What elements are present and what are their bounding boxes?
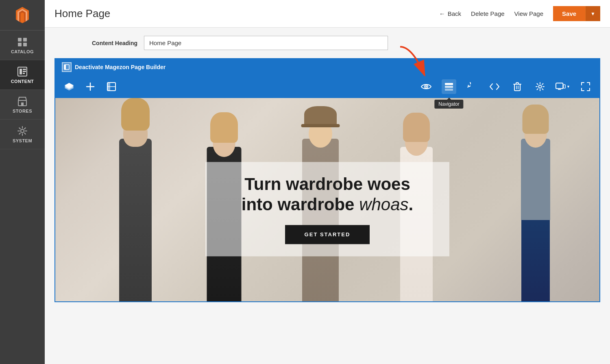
settings-icon bbox=[536, 82, 545, 91]
sidebar-item-system-label: SYSTEM bbox=[13, 138, 32, 143]
page-builder-icon bbox=[62, 62, 72, 72]
sidebar-item-catalog[interactable]: CATALOG bbox=[0, 31, 45, 60]
layers-icon bbox=[64, 83, 74, 91]
code-icon bbox=[489, 83, 500, 90]
hero-text-line2: into wardrobe bbox=[242, 195, 359, 214]
svg-rect-10 bbox=[20, 69, 22, 74]
hero-text-line1: Turn wardrobe woes bbox=[244, 174, 410, 194]
hero-text-overlay: Turn wardrobe woes into wardrobe whoas. … bbox=[205, 162, 449, 256]
navigator-tooltip: Navigator bbox=[434, 100, 463, 109]
hero-cta-button[interactable]: GET STARTED bbox=[285, 225, 370, 244]
figure-5 bbox=[499, 108, 572, 301]
settings-button[interactable] bbox=[533, 79, 547, 94]
fullscreen-button[interactable] bbox=[578, 79, 593, 94]
svg-rect-5 bbox=[18, 38, 22, 41]
content-heading-input[interactable] bbox=[144, 36, 388, 50]
svg-rect-4 bbox=[22, 13, 23, 22]
navigator-button[interactable]: Navigator bbox=[442, 79, 456, 94]
layers-button[interactable] bbox=[62, 79, 76, 94]
content-icon bbox=[17, 66, 28, 77]
main-content: Home Page ← Back Delete Page View Page S… bbox=[45, 0, 610, 364]
grid-icon bbox=[107, 82, 116, 91]
deactivate-label: Deactivate Magezon Page Builder bbox=[75, 64, 166, 70]
trash-icon bbox=[513, 82, 521, 91]
device-selector-button[interactable]: ▼ bbox=[556, 79, 570, 94]
svg-rect-36 bbox=[563, 85, 565, 88]
add-icon bbox=[86, 82, 95, 91]
content-heading-row: Content Heading bbox=[54, 36, 600, 50]
deactivate-bar: Deactivate Magezon Page Builder bbox=[55, 59, 599, 75]
deactivate-button[interactable]: Deactivate Magezon Page Builder bbox=[62, 62, 166, 72]
hero-area: Turn wardrobe woes into wardrobe whoas. … bbox=[55, 98, 599, 301]
svg-rect-31 bbox=[445, 89, 453, 91]
code-button[interactable] bbox=[487, 79, 502, 94]
back-button[interactable]: ← Back bbox=[439, 10, 461, 17]
fullscreen-icon bbox=[581, 82, 590, 91]
back-label: Back bbox=[448, 10, 461, 17]
system-icon bbox=[17, 125, 28, 137]
save-button[interactable]: Save bbox=[553, 6, 585, 21]
delete-page-label: Delete Page bbox=[471, 10, 505, 17]
stores-icon bbox=[17, 96, 28, 107]
sidebar-item-stores-label: STORES bbox=[13, 109, 32, 113]
toolbar-right: Navigator bbox=[419, 79, 593, 94]
svg-rect-8 bbox=[23, 43, 27, 46]
history-button[interactable] bbox=[464, 79, 479, 94]
sidebar-item-content-label: CONTENT bbox=[11, 79, 34, 84]
add-element-button[interactable] bbox=[83, 79, 98, 94]
sidebar: CATALOG CONTENT STORES SYSTEM bbox=[0, 0, 45, 364]
save-dropdown-icon: ▼ bbox=[590, 11, 595, 17]
back-arrow-icon: ← bbox=[439, 10, 445, 17]
page-title: Home Page bbox=[54, 7, 439, 20]
hero-text-punctuation: . bbox=[409, 195, 414, 214]
svg-rect-30 bbox=[445, 86, 453, 88]
eye-icon bbox=[421, 83, 431, 90]
svg-point-28 bbox=[425, 86, 427, 87]
view-page-label: View Page bbox=[514, 10, 543, 17]
sidebar-item-catalog-label: CATALOG bbox=[11, 49, 34, 54]
svg-rect-13 bbox=[23, 73, 25, 74]
device-dropdown-arrow: ▼ bbox=[566, 85, 570, 89]
svg-rect-29 bbox=[445, 83, 453, 85]
grid-layout-button[interactable] bbox=[104, 79, 119, 94]
svg-rect-18 bbox=[64, 65, 66, 70]
sidebar-item-content[interactable]: CONTENT bbox=[0, 60, 45, 90]
view-page-button[interactable]: View Page bbox=[514, 10, 543, 17]
content-heading-label: Content Heading bbox=[54, 40, 144, 46]
catalog-icon bbox=[17, 36, 28, 48]
svg-rect-11 bbox=[23, 69, 26, 70]
content-area: Content Heading Deactivate Magezon Page … bbox=[45, 28, 610, 364]
hero-headline: Turn wardrobe woes into wardrobe whoas. bbox=[230, 174, 425, 215]
layout-icon bbox=[64, 64, 70, 70]
save-dropdown-button[interactable]: ▼ bbox=[585, 6, 600, 21]
header-actions: ← Back Delete Page View Page Save ▼ bbox=[439, 6, 600, 21]
top-header: Home Page ← Back Delete Page View Page S… bbox=[45, 0, 610, 28]
sidebar-logo bbox=[0, 0, 45, 31]
svg-rect-15 bbox=[21, 102, 24, 106]
history-icon bbox=[467, 82, 476, 91]
hero-cta-label: GET STARTED bbox=[305, 231, 351, 238]
preview-button[interactable] bbox=[419, 79, 434, 94]
page-builder-container: Deactivate Magezon Page Builder bbox=[54, 58, 600, 302]
magento-logo-icon bbox=[13, 6, 31, 24]
svg-rect-6 bbox=[23, 38, 27, 41]
sidebar-item-system[interactable]: SYSTEM bbox=[0, 120, 45, 149]
svg-point-34 bbox=[539, 85, 542, 88]
toolbar: Navigator bbox=[55, 75, 599, 98]
svg-rect-35 bbox=[556, 83, 563, 89]
sidebar-item-stores[interactable]: STORES bbox=[0, 90, 45, 120]
save-label: Save bbox=[562, 10, 576, 17]
svg-point-16 bbox=[21, 129, 24, 133]
svg-rect-7 bbox=[18, 43, 22, 46]
hero-text-italic: whoas bbox=[359, 195, 408, 214]
device-icon bbox=[556, 82, 566, 91]
toolbar-left bbox=[62, 79, 119, 94]
svg-rect-12 bbox=[23, 71, 26, 72]
navigator-icon bbox=[444, 82, 453, 91]
save-button-group: Save ▼ bbox=[553, 6, 600, 21]
delete-button[interactable] bbox=[510, 79, 525, 94]
figure-1 bbox=[99, 106, 172, 301]
delete-page-button[interactable]: Delete Page bbox=[471, 10, 505, 17]
